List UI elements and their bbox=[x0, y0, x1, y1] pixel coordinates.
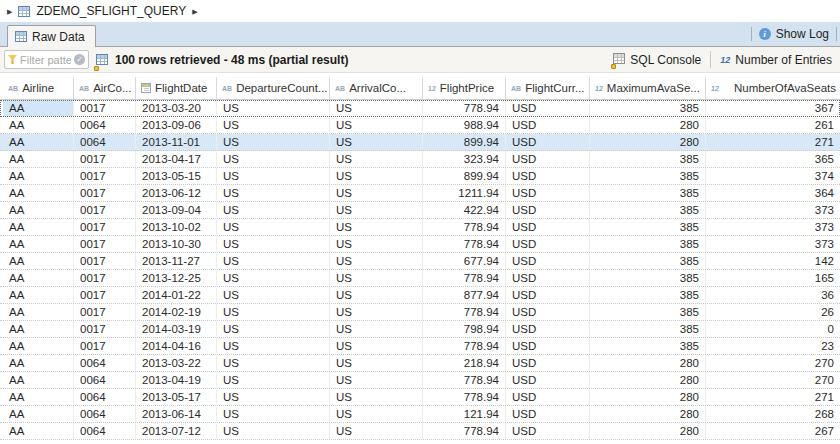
table-cell[interactable]: USD bbox=[506, 321, 590, 337]
table-cell[interactable]: 422.94 bbox=[423, 202, 506, 218]
table-cell[interactable]: USD bbox=[506, 406, 590, 422]
table-row[interactable]: AA00172013-10-02USUS778.94USD385373 bbox=[0, 219, 840, 236]
table-cell[interactable]: 165 bbox=[706, 270, 840, 286]
table-cell[interactable]: 385 bbox=[590, 253, 706, 269]
table-cell[interactable]: US bbox=[217, 253, 330, 269]
table-cell[interactable]: 268 bbox=[706, 406, 840, 422]
table-cell[interactable]: AA bbox=[3, 389, 74, 405]
table-cell[interactable]: 0017 bbox=[74, 151, 136, 167]
table-row[interactable]: AA00172014-03-19USUS798.94USD3850 bbox=[0, 321, 840, 338]
table-cell[interactable]: USD bbox=[506, 253, 590, 269]
column-header-flightprice[interactable]: 12FlightPrice bbox=[423, 77, 506, 99]
table-cell[interactable]: USD bbox=[506, 219, 590, 235]
table-cell[interactable]: AA bbox=[3, 355, 74, 371]
table-cell[interactable]: 877.94 bbox=[423, 287, 506, 303]
table-cell[interactable]: 2013-04-19 bbox=[136, 372, 217, 388]
table-cell[interactable]: 2014-02-19 bbox=[136, 304, 217, 320]
table-cell[interactable]: AA bbox=[3, 270, 74, 286]
column-header-maximumavase[interactable]: 12MaximumAvaSe... bbox=[590, 77, 706, 99]
table-cell[interactable]: 385 bbox=[590, 287, 706, 303]
table-cell[interactable]: US bbox=[330, 219, 423, 235]
table-cell[interactable]: US bbox=[330, 338, 423, 354]
column-header-flightdate[interactable]: FlightDate bbox=[136, 77, 217, 99]
table-cell[interactable]: AA bbox=[3, 406, 74, 422]
table-cell[interactable]: US bbox=[217, 151, 330, 167]
table-cell[interactable]: US bbox=[217, 100, 330, 116]
table-cell[interactable]: US bbox=[217, 304, 330, 320]
table-cell[interactable]: US bbox=[330, 134, 423, 150]
table-cell[interactable]: 2013-06-12 bbox=[136, 185, 217, 201]
table-cell[interactable]: 2013-11-27 bbox=[136, 253, 217, 269]
table-cell[interactable]: 0064 bbox=[74, 117, 136, 133]
table-row[interactable]: AA00172013-04-17USUS323.94USD385365 bbox=[0, 151, 840, 168]
table-cell[interactable]: 778.94 bbox=[423, 423, 506, 439]
table-cell[interactable]: 374 bbox=[706, 168, 840, 184]
table-row[interactable]: AA00172013-10-30USUS778.94USD385373 bbox=[0, 236, 840, 253]
table-cell[interactable]: US bbox=[217, 236, 330, 252]
table-cell[interactable]: 2013-05-15 bbox=[136, 168, 217, 184]
table-cell[interactable]: 798.94 bbox=[423, 321, 506, 337]
table-cell[interactable]: USD bbox=[506, 236, 590, 252]
table-cell[interactable]: USD bbox=[506, 202, 590, 218]
table-cell[interactable]: USD bbox=[506, 117, 590, 133]
table-cell[interactable]: 0064 bbox=[74, 423, 136, 439]
column-header-departurecount[interactable]: ABDepartureCount... bbox=[217, 77, 330, 99]
table-cell[interactable]: 899.94 bbox=[423, 134, 506, 150]
table-cell[interactable]: 0017 bbox=[74, 219, 136, 235]
table-cell[interactable]: 0017 bbox=[74, 270, 136, 286]
table-cell[interactable]: 899.94 bbox=[423, 168, 506, 184]
table-cell[interactable]: 385 bbox=[590, 100, 706, 116]
table-cell[interactable]: USD bbox=[506, 270, 590, 286]
table-cell[interactable]: USD bbox=[506, 100, 590, 116]
table-cell[interactable]: USD bbox=[506, 372, 590, 388]
table-cell[interactable]: USD bbox=[506, 355, 590, 371]
table-cell[interactable]: AA bbox=[3, 151, 74, 167]
table-cell[interactable]: 270 bbox=[706, 355, 840, 371]
table-cell[interactable]: 0017 bbox=[74, 100, 136, 116]
table-cell[interactable]: 280 bbox=[590, 423, 706, 439]
column-header-arrivalco[interactable]: ABArrivalCo... bbox=[330, 77, 423, 99]
table-cell[interactable]: 0017 bbox=[74, 168, 136, 184]
table-cell[interactable]: 323.94 bbox=[423, 151, 506, 167]
table-cell[interactable]: US bbox=[217, 117, 330, 133]
table-row[interactable]: AA00172013-11-27USUS677.94USD385142 bbox=[0, 253, 840, 270]
table-cell[interactable]: 385 bbox=[590, 185, 706, 201]
table-cell[interactable]: 0017 bbox=[74, 185, 136, 201]
table-cell[interactable]: AA bbox=[3, 117, 74, 133]
table-cell[interactable]: AA bbox=[3, 253, 74, 269]
table-cell[interactable]: US bbox=[217, 423, 330, 439]
table-cell[interactable]: 778.94 bbox=[423, 219, 506, 235]
number-of-entries-button[interactable]: 12 Number of Entries bbox=[720, 53, 832, 67]
table-cell[interactable]: 0017 bbox=[74, 304, 136, 320]
table-row[interactable]: AA00642013-06-14USUS121.94USD280268 bbox=[0, 406, 840, 423]
table-cell[interactable]: 280 bbox=[590, 355, 706, 371]
table-cell[interactable]: US bbox=[217, 287, 330, 303]
tab-raw-data[interactable]: Raw Data bbox=[7, 25, 96, 47]
table-cell[interactable]: 2014-03-19 bbox=[136, 321, 217, 337]
table-cell[interactable]: 142 bbox=[706, 253, 840, 269]
table-cell[interactable]: US bbox=[217, 338, 330, 354]
table-cell[interactable]: US bbox=[330, 304, 423, 320]
table-cell[interactable]: 373 bbox=[706, 219, 840, 235]
table-cell[interactable]: US bbox=[217, 270, 330, 286]
check-circle-icon[interactable]: ✓ bbox=[74, 54, 85, 65]
table-cell[interactable]: 385 bbox=[590, 321, 706, 337]
table-cell[interactable]: AA bbox=[3, 202, 74, 218]
table-cell[interactable]: 364 bbox=[706, 185, 840, 201]
filter-box[interactable]: ✓ bbox=[4, 50, 89, 69]
table-cell[interactable]: 778.94 bbox=[423, 338, 506, 354]
table-cell[interactable]: 36 bbox=[706, 287, 840, 303]
table-cell[interactable]: US bbox=[217, 406, 330, 422]
table-cell[interactable]: 0 bbox=[706, 321, 840, 337]
table-cell[interactable]: US bbox=[217, 185, 330, 201]
table-cell[interactable]: 385 bbox=[590, 202, 706, 218]
table-cell[interactable]: 2014-04-16 bbox=[136, 338, 217, 354]
table-cell[interactable]: 2013-09-06 bbox=[136, 117, 217, 133]
table-cell[interactable]: 0017 bbox=[74, 202, 136, 218]
table-row[interactable]: AA00172013-12-25USUS778.94USD385165 bbox=[0, 270, 840, 287]
table-cell[interactable]: US bbox=[217, 321, 330, 337]
table-cell[interactable]: 0017 bbox=[74, 338, 136, 354]
table-cell[interactable]: AA bbox=[3, 185, 74, 201]
table-row[interactable]: AA00642013-11-01USUS899.94USD280271 bbox=[0, 134, 840, 151]
filter-input[interactable] bbox=[20, 54, 71, 66]
